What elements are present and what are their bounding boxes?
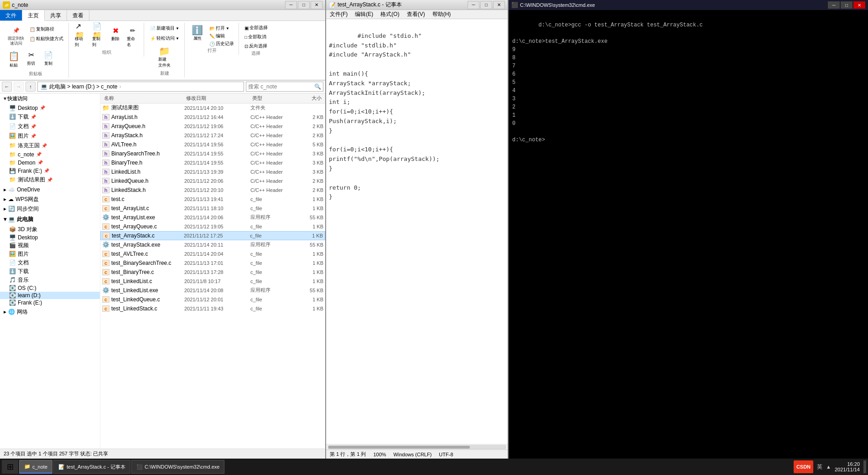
file-row[interactable]: c test_AVLTree.c 2021/11/14 20:04 c_file… bbox=[100, 249, 325, 258]
col-header-date[interactable]: 修改日期 bbox=[184, 95, 250, 102]
file-row[interactable]: c test_LinkedList.c 2021/11/8 10:17 c_fi… bbox=[100, 277, 325, 286]
this-pc-header[interactable]: ▾💻此电脑 bbox=[0, 214, 100, 225]
cmd-maximize-button[interactable]: □ bbox=[841, 1, 852, 9]
copy-button[interactable]: 📄 复制 bbox=[40, 48, 57, 70]
copy-path-button[interactable]: 📋复制路径 bbox=[27, 25, 66, 34]
paste-button[interactable]: 📋 粘贴 bbox=[5, 48, 22, 70]
notepad-maximize-button[interactable]: □ bbox=[480, 1, 492, 9]
sidebar-item-cnote[interactable]: 📁c_note📌 bbox=[0, 150, 100, 159]
move-to-button[interactable]: ↗📁 移动到 bbox=[73, 24, 89, 49]
sidebar-item-downloads[interactable]: ⬇️下载 bbox=[0, 267, 100, 276]
cmd-close-button[interactable]: ✕ bbox=[853, 1, 865, 9]
easy-access-button[interactable]: ⚡轻松访问▼ bbox=[148, 34, 182, 43]
tab-share[interactable]: 共享 bbox=[45, 10, 67, 21]
file-row[interactable]: h ArrayStack.h 2021/11/12 17:24 C/C++ He… bbox=[100, 131, 325, 140]
sidebar-item-learn-d[interactable]: 💽learn (D:) bbox=[0, 292, 100, 299]
cmd-content[interactable]: d:\c_note>gcc -o test_ArrayStack test_Ar… bbox=[509, 10, 868, 459]
notepad-minimize-button[interactable]: ─ bbox=[468, 1, 479, 9]
sidebar-item-download-quick[interactable]: ⬇️下载📌 bbox=[0, 112, 100, 122]
sidebar-item-frank-e-quick[interactable]: 💾Frank (E:)📌 bbox=[0, 167, 100, 175]
back-button[interactable]: ← bbox=[2, 82, 12, 92]
sidebar-item-frank-e[interactable]: 💽Frank (E:) bbox=[0, 299, 100, 306]
file-row[interactable]: ⚙️ test_LinkedList.exe 2021/11/14 20:08 … bbox=[100, 286, 325, 295]
taskbar-item-explorer[interactable]: 📁c_note bbox=[19, 460, 52, 474]
taskbar-ime[interactable]: 英 bbox=[817, 463, 822, 471]
notepad-menu-edit[interactable]: 编辑(E) bbox=[351, 10, 377, 19]
sidebar-item-demon[interactable]: 📁Demon📌 bbox=[0, 159, 100, 167]
sidebar-item-3d[interactable]: 📦3D 对象 bbox=[0, 225, 100, 234]
sidebar-item-pictures[interactable]: 🖼️图片 bbox=[0, 250, 100, 258]
taskbar-notification[interactable]: ▲ bbox=[826, 464, 831, 470]
file-row[interactable]: h ArrayQueue.h 2021/11/12 19:06 C/C++ He… bbox=[100, 122, 325, 131]
taskbar-item-cmd[interactable]: ⬛C:\WINDOWS\system32\cmd.exe bbox=[131, 460, 224, 474]
close-button[interactable]: ✕ bbox=[311, 1, 322, 9]
file-row[interactable]: h AVLTree.h 2021/11/14 19:56 C/C++ Heade… bbox=[100, 140, 325, 149]
file-row-selected[interactable]: c test_ArrayStack.c 2021/11/12 17:25 c_f… bbox=[100, 231, 325, 240]
taskbar-csdn[interactable]: CSDN bbox=[794, 460, 813, 473]
sync-header[interactable]: ▸🔄同步空间 bbox=[0, 204, 100, 214]
notepad-menu-help[interactable]: 帮助(H) bbox=[429, 10, 455, 19]
notepad-menu-format[interactable]: 格式(O) bbox=[377, 10, 403, 19]
paste-shortcut-button[interactable]: 📋粘贴快捷方式 bbox=[27, 34, 66, 43]
file-row[interactable]: 📁 测试结果图 2021/11/14 20:10 文件夹 bbox=[100, 103, 325, 113]
sidebar-item-documents[interactable]: 📄文档 bbox=[0, 258, 100, 267]
file-row[interactable]: h LinkedList.h 2021/11/13 19:39 C/C++ He… bbox=[100, 167, 325, 176]
tab-view[interactable]: 查看 bbox=[67, 10, 89, 21]
notepad-menu-file[interactable]: 文件(F) bbox=[326, 10, 351, 19]
sidebar-item-luoke[interactable]: 📁洛克王国📌 bbox=[0, 141, 100, 150]
tab-file[interactable]: 文件 bbox=[0, 10, 22, 21]
pin-to-quick-access-button[interactable]: 📌 固定到快速访问 bbox=[5, 24, 26, 47]
file-row[interactable]: c test_ArrayQueue.c 2021/11/12 19:05 c_f… bbox=[100, 222, 325, 231]
history-button[interactable]: 🕐历史记录 bbox=[208, 40, 236, 47]
file-row[interactable]: c test_BinarySearchTree.c 2021/11/13 17:… bbox=[100, 258, 325, 268]
file-row[interactable]: h LinkedQueue.h 2021/11/12 20:06 C/C++ H… bbox=[100, 176, 325, 186]
notepad-close-button[interactable]: ✕ bbox=[493, 1, 505, 9]
cut-button[interactable]: ✂ 剪切 bbox=[23, 48, 39, 70]
notepad-content[interactable]: #include "stdio.h" #include "stdlib.h" #… bbox=[326, 19, 508, 444]
wps-header[interactable]: ▸☁WPS网盘 bbox=[0, 195, 100, 204]
sidebar-item-desktop[interactable]: 🖥️Desktop bbox=[0, 234, 100, 241]
search-input[interactable] bbox=[248, 83, 314, 90]
col-header-size[interactable]: 大小 bbox=[301, 95, 323, 102]
file-row[interactable]: c test_LinkedQueue.c 2021/11/12 20:01 c_… bbox=[100, 295, 325, 304]
edit-button[interactable]: ✏️编辑 bbox=[208, 32, 236, 40]
file-row[interactable]: c test_LinkedStack.c 2021/11/11 19:43 c_… bbox=[100, 304, 325, 313]
sidebar-item-video[interactable]: 🎬视频 bbox=[0, 241, 100, 250]
start-button[interactable]: ⊞ bbox=[2, 460, 18, 474]
properties-button[interactable]: ℹ️ 属性 bbox=[188, 24, 207, 47]
open-button[interactable]: 📂打开▼ bbox=[208, 25, 236, 32]
sidebar-item-desktop-quick[interactable]: 🖥️Desktop📌 bbox=[0, 104, 100, 112]
minimize-button[interactable]: ─ bbox=[285, 1, 297, 9]
invert-selection-button[interactable]: ⊡反向选择 bbox=[243, 42, 270, 50]
maximize-button[interactable]: □ bbox=[298, 1, 310, 9]
sidebar-item-music[interactable]: 🎵音乐 bbox=[0, 276, 100, 284]
file-row[interactable]: c test.c 2021/11/13 19:41 c_file 1 KB bbox=[100, 195, 325, 204]
file-row[interactable]: c test_ArrayList.c 2021/11/11 18:10 c_fi… bbox=[100, 204, 325, 213]
taskbar-item-notepad[interactable]: 📝test_ArrayStack.c - 记事本 bbox=[53, 460, 130, 474]
sidebar-item-network[interactable]: ▸🌐网络 bbox=[0, 306, 100, 318]
sidebar-item-docs-quick[interactable]: 📄文档📌 bbox=[0, 122, 100, 131]
address-path[interactable]: 💻 此电脑 > learn (D:) > c_note › bbox=[37, 82, 244, 92]
file-row[interactable]: ⚙️ test_ArrayStack.exe 2021/11/14 20:11 … bbox=[100, 240, 325, 249]
notepad-menu-view[interactable]: 查看(V) bbox=[403, 10, 429, 19]
col-header-type[interactable]: 类型 bbox=[250, 95, 301, 102]
file-row[interactable]: ⚙️ test_ArrayList.exe 2021/11/14 20:06 应… bbox=[100, 213, 325, 222]
show-desktop-button[interactable] bbox=[863, 460, 866, 473]
file-row[interactable]: h BinarySearchTree.h 2021/11/14 19:55 C/… bbox=[100, 149, 325, 158]
file-row[interactable]: h LinkedStack.h 2021/11/12 20:10 C/C++ H… bbox=[100, 186, 325, 195]
tab-home[interactable]: 主页 bbox=[22, 10, 45, 21]
new-folder-button[interactable]: 📁 新建文件夹 bbox=[148, 45, 182, 69]
forward-button[interactable]: → bbox=[14, 82, 24, 92]
cmd-minimize-button[interactable]: ─ bbox=[828, 1, 840, 9]
file-row[interactable]: h ArrayList.h 2021/11/12 16:44 C/C++ Hea… bbox=[100, 113, 325, 122]
sidebar-item-os-c[interactable]: 💽OS (C:) bbox=[0, 284, 100, 292]
file-row[interactable]: h BinaryTree.h 2021/11/14 19:55 C/C++ He… bbox=[100, 158, 325, 167]
new-item-button[interactable]: 📄新建项目▼ bbox=[148, 24, 182, 33]
delete-button[interactable]: ✖ 删除 bbox=[107, 24, 124, 49]
onedrive-header[interactable]: ▸☁️OneDrive bbox=[0, 185, 100, 195]
sidebar-item-test-results-quick[interactable]: 📁测试结果图📌 bbox=[0, 175, 100, 185]
rename-button[interactable]: ✏ 重命名 bbox=[125, 24, 141, 49]
select-none-button[interactable]: □全部取消 bbox=[243, 33, 270, 41]
file-row[interactable]: c test_BinaryTree.c 2021/11/13 17:28 c_f… bbox=[100, 268, 325, 277]
col-header-name[interactable]: 名称 bbox=[102, 95, 184, 102]
